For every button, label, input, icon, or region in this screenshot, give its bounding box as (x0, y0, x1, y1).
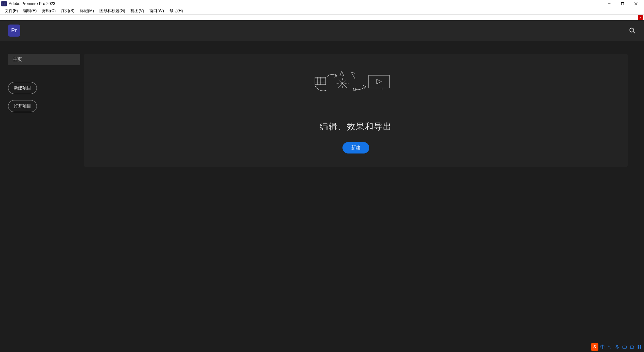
app-header: Pr (0, 20, 644, 41)
open-project-button[interactable]: 打开项目 (8, 100, 37, 112)
panel-close-icon[interactable]: x (638, 15, 643, 20)
svg-rect-30 (640, 345, 641, 347)
ime-toolbox-icon[interactable] (636, 344, 643, 350)
minimize-button[interactable] (602, 0, 616, 7)
svg-rect-1 (622, 3, 624, 5)
svg-point-12 (315, 86, 316, 87)
svg-point-4 (630, 28, 634, 32)
svg-text:°,: °, (608, 345, 610, 349)
ime-lang-icon[interactable]: 中 (599, 344, 606, 350)
svg-rect-29 (638, 345, 639, 347)
panel-close-strip: x (0, 15, 644, 20)
svg-rect-26 (616, 345, 618, 347)
ime-sogou-icon[interactable]: S (591, 343, 598, 351)
ime-punct-icon[interactable]: °, (606, 344, 613, 350)
svg-point-13 (325, 90, 326, 91)
menu-graphics[interactable]: 图形和标题(G) (97, 7, 128, 14)
content-area: 编辑、效果和导出 新建 (84, 54, 644, 352)
workflow-illustration-icon (312, 70, 399, 100)
search-icon[interactable] (629, 27, 636, 34)
menu-file[interactable]: 文件(F) (2, 7, 20, 14)
svg-rect-32 (640, 347, 641, 349)
svg-line-5 (633, 32, 635, 33)
menubar: 文件(F) 编辑(E) 剪辑(C) 序列(S) 标记(M) 图形和标题(G) 视… (0, 7, 644, 15)
new-button[interactable]: 新建 (342, 142, 369, 153)
ime-keyboard-icon[interactable] (621, 344, 628, 350)
menu-sequence[interactable]: 序列(S) (58, 7, 77, 14)
window-titlebar: Pr Adobe Premiere Pro 2023 (0, 0, 644, 7)
welcome-heading: 编辑、效果和导出 (320, 121, 392, 132)
ime-mic-icon[interactable] (614, 344, 621, 350)
welcome-card: 编辑、效果和导出 新建 (84, 54, 628, 167)
maximize-button[interactable] (616, 0, 629, 7)
sidebar: 主页 新建项目 打开项目 (0, 54, 84, 352)
menu-view[interactable]: 视图(V) (128, 7, 147, 14)
svg-line-18 (352, 73, 355, 79)
ime-toolbar: S 中 °, (591, 343, 643, 351)
menu-help[interactable]: 帮助(H) (167, 7, 186, 14)
menu-markers[interactable]: 标记(M) (77, 7, 97, 14)
svg-marker-24 (377, 79, 381, 84)
sidebar-home[interactable]: 主页 (8, 54, 80, 65)
new-project-button[interactable]: 新建项目 (8, 82, 37, 94)
menu-clip[interactable]: 剪辑(C) (39, 7, 58, 14)
main-area: 主页 新建项目 打开项目 (0, 41, 644, 352)
menu-edit[interactable]: 编辑(E) (20, 7, 39, 14)
window-title: Adobe Premiere Pro 2023 (9, 1, 602, 6)
svg-rect-28 (623, 346, 627, 348)
app-icon: Pr (1, 1, 7, 6)
svg-rect-31 (638, 347, 639, 349)
svg-rect-20 (369, 75, 389, 88)
menu-window[interactable]: 窗口(W) (147, 7, 166, 14)
premiere-logo-icon: Pr (8, 25, 20, 37)
close-button[interactable] (629, 0, 643, 7)
ime-skin-icon[interactable] (629, 344, 635, 350)
